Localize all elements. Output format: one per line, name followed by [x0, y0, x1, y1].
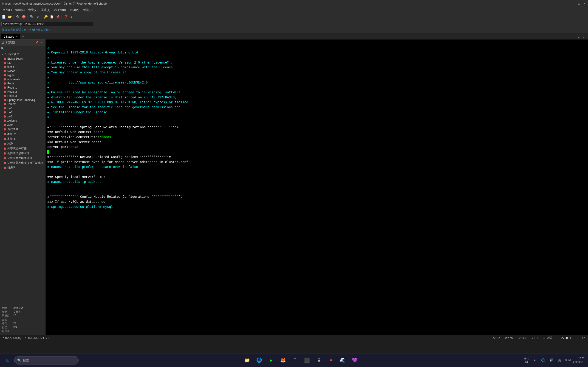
sidebar-dot-benji-m — [4, 133, 6, 135]
sidebar-item-benji-m[interactable]: 本机-M — [0, 132, 45, 136]
system-clock[interactable]: 11:20 2023/6/16 — [573, 357, 585, 364]
sidebar-label-baizhan: 百战商城 — [7, 127, 18, 131]
sidebar-item-ecommerce[interactable]: 亿级高并发电商项目 — [0, 156, 45, 161]
sidebar-item-zufang[interactable]: 租房网 — [0, 165, 45, 170]
toolbar-connect[interactable]: 🔌 — [15, 14, 20, 20]
sidebar-label-benji-s: 本机-S — [7, 137, 16, 141]
sidebar-item-benji-s[interactable]: 本机-S — [0, 136, 45, 141]
sidebar-item-es[interactable]: ES — [0, 61, 45, 65]
terminal-cursor — [47, 150, 49, 154]
sidebar-label-tomcat: Tomcat — [7, 102, 16, 106]
sidebar-item-nginx[interactable]: Nginx — [0, 73, 45, 77]
sidebar-item-zk3[interactable]: zk-3 — [0, 115, 45, 119]
minimize-button[interactable]: ─ — [572, 2, 576, 5]
sidebar-item-ecommerce-dev[interactable]: 亿级高并发电商项目开发环境 — [0, 161, 45, 165]
toolbar-new[interactable]: 📄 — [1, 14, 6, 20]
taskbar-file-explorer[interactable]: 📁 — [242, 355, 252, 365]
toolbar-help[interactable]: ❓ — [63, 14, 69, 20]
sidebar-dot-nginx — [4, 74, 6, 76]
tab-nacos[interactable]: 1 Nacos ✕ — [1, 34, 20, 39]
tab-nav-right[interactable]: ❯ — [582, 35, 585, 39]
taskbar-center: 📁 🌐 ▶ 🦊 T ⬛ 🖥 ❤ 🌊 💜 — [242, 355, 360, 365]
terminal-app-icon: ▶ — [270, 357, 272, 363]
taskbar-app3[interactable]: ⬛ — [302, 355, 312, 365]
prop-key-children: 子项目 — [2, 314, 13, 317]
sidebar-item-fastdfs[interactable]: fastDFS — [0, 65, 45, 69]
maximize-button[interactable]: □ — [578, 2, 581, 5]
address-input[interactable] — [1, 22, 93, 26]
sidebar-item-tomcat[interactable]: Tomcat — [0, 102, 45, 106]
menu-bar: 文件(F) 编辑(E) 查看(V) 工具(T) 选项卡(B) 窗口(W) 帮助(… — [0, 7, 588, 13]
menu-view[interactable]: 查看(V) — [26, 8, 39, 12]
file-explorer-icon: 📁 — [244, 357, 250, 363]
sidebar-item-distributed[interactable]: 分布式文件存储 — [0, 146, 45, 151]
sidebar-search-bar: 🔍 — [0, 46, 45, 51]
tray-volume[interactable]: 🔊 — [548, 357, 555, 364]
start-button[interactable]: ⊞ — [3, 355, 13, 365]
toolbar-copy[interactable]: 📋 — [49, 14, 54, 20]
sidebar-item-zk1[interactable]: zk-1 — [0, 106, 45, 110]
taskbar-chrome[interactable]: 🌐 — [254, 355, 264, 365]
taskbar-app6[interactable]: 🌊 — [338, 355, 348, 365]
tab-add-button[interactable]: + — [21, 34, 26, 39]
toolbar-paste[interactable]: 📌 — [55, 14, 61, 20]
sidebar-label-elasticsearch: ElasticSearch — [7, 57, 24, 60]
menu-tabs[interactable]: 选项卡(B) — [52, 8, 68, 12]
menu-file[interactable]: 文件(F) — [1, 8, 14, 12]
terminal[interactable]: # # Copyright 1999-2018 Alibaba Group Ho… — [45, 40, 588, 335]
prop-row-host: 主机 — [2, 318, 43, 321]
taskbar-left: ⊞ 🔍 搜索 — [3, 355, 78, 365]
menu-help[interactable]: 帮助(H) — [81, 8, 95, 12]
menu-window[interactable]: 窗口(W) — [68, 8, 81, 12]
sidebar-item-zkdemo[interactable]: zkdemo — [0, 119, 45, 123]
sidebar-item-springcloud[interactable]: SpringCloudRabbitMQ — [0, 98, 45, 102]
sidebar-pin-button[interactable]: 📌 — [35, 41, 39, 44]
tray-expand[interactable]: ∧ — [532, 357, 538, 364]
taskbar-app2[interactable]: T — [290, 355, 300, 365]
sidebar-item-redis[interactable]: Redis — [0, 81, 45, 85]
toolbar-disconnect[interactable]: ⛔ — [21, 14, 26, 20]
sidebar-dot-redis — [4, 82, 6, 85]
tray-network[interactable]: 🌐 — [540, 357, 546, 364]
sidebar-item-zook[interactable]: zook — [0, 123, 45, 127]
tray-ime[interactable]: 英 — [556, 357, 563, 364]
menu-tools[interactable]: 工具(T) — [39, 8, 52, 12]
sidebar-label-fastdfs: fastDFS — [7, 65, 17, 69]
taskbar-terminal-app[interactable]: ▶ — [266, 355, 276, 365]
sidebar-item-zk2[interactable]: zk-2 — [0, 110, 45, 115]
tray-weather[interactable]: 26°C 阴 — [523, 357, 530, 364]
sidebar-dot-elasticsearch — [4, 58, 6, 60]
toolbar-extra[interactable]: ▶ — [69, 14, 74, 20]
toolbar-settings[interactable]: ⚙ — [35, 14, 40, 20]
sidebar-close-button[interactable]: ✕ — [40, 41, 43, 44]
sidebar-item-highperf[interactable]: 高性能消息中间件 — [0, 151, 45, 156]
tab-nav-left[interactable]: ❮ — [577, 35, 581, 39]
prop-row-port: 端口 22 — [2, 322, 43, 325]
sidebar-item-redis1[interactable]: Redis-1 — [0, 85, 45, 90]
tab-nacos-close[interactable]: ✕ — [15, 35, 17, 38]
app5-icon: ❤ — [329, 357, 332, 363]
menu-edit[interactable]: 编辑(E) — [14, 8, 26, 12]
toolbar-search[interactable]: 🔍 — [29, 14, 35, 20]
sidebar-item-chunjing[interactable]: 纯净 — [0, 141, 45, 146]
taskbar-app1[interactable]: 🦊 — [278, 355, 288, 365]
taskbar-search[interactable]: 🔍 搜索 — [14, 356, 78, 365]
sidebar-dot-redis1 — [4, 86, 6, 89]
sidebar-label-zkdemo: zkdemo — [7, 119, 17, 122]
sidebar-item-nginx-web[interactable]: nginx-web — [0, 77, 45, 81]
taskbar-app5[interactable]: ❤ — [326, 355, 336, 365]
close-button[interactable]: ✕ — [582, 2, 586, 5]
taskbar-app4[interactable]: 🖥 — [314, 355, 324, 365]
sidebar-tree-root[interactable]: ▼ 🗂 所有会话 — [0, 52, 45, 57]
toolbar-key[interactable]: 🔑 — [43, 14, 48, 20]
sidebar-item-redis3[interactable]: Redis-3 — [0, 94, 45, 98]
toolbar-open[interactable]: 📂 — [7, 14, 12, 20]
sidebar-item-baizhan[interactable]: 百战商城 — [0, 127, 45, 132]
sidebar-item-elasticsearch[interactable]: ElasticSearch — [0, 57, 45, 61]
prop-key-type: 类型 — [2, 310, 13, 314]
sidebar-item-redis2[interactable]: Redis-2 — [0, 90, 45, 94]
address-bar — [0, 21, 588, 27]
sidebar-item-nacos[interactable]: Nacos — [0, 69, 45, 73]
sidebar-label-springcloud: SpringCloudRabbitMQ — [7, 98, 35, 102]
taskbar-app7[interactable]: 💜 — [350, 355, 360, 365]
